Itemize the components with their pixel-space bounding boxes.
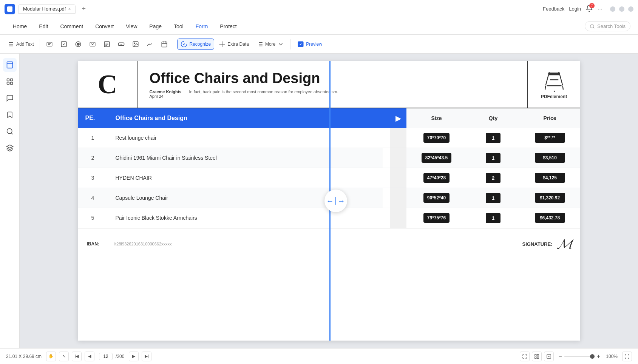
left-sidebar xyxy=(0,54,20,350)
sidebar-bookmark-icon[interactable] xyxy=(3,108,17,122)
svg-rect-15 xyxy=(7,62,12,68)
app-icon xyxy=(5,4,15,14)
login-button[interactable]: Login xyxy=(569,6,581,12)
row-qty: 1 xyxy=(467,148,520,168)
row-spacer xyxy=(390,128,406,148)
menu-form[interactable]: Form xyxy=(190,21,213,32)
annotation-button[interactable] xyxy=(544,352,554,361)
svg-rect-32 xyxy=(535,357,536,358)
text-field-button[interactable] xyxy=(43,39,56,49)
menu-edit[interactable]: Edit xyxy=(34,21,53,32)
row-spacer xyxy=(390,148,406,168)
row-qty: 2 xyxy=(467,168,520,188)
tab-close-button[interactable]: × xyxy=(68,6,71,12)
row-spacer xyxy=(390,208,406,228)
notification-badge: 7 xyxy=(589,3,595,8)
notification-icon[interactable]: 7 xyxy=(585,5,593,14)
doc-title: Office Chairs and Design xyxy=(150,70,516,86)
fit-page-button[interactable] xyxy=(520,352,530,361)
sidebar-page-icon[interactable] xyxy=(3,58,17,72)
sidebar-search-icon[interactable] xyxy=(3,125,17,138)
window-controls: — □ × xyxy=(610,6,633,12)
table-row: 5 Pair Iconic Black Stokke Armchairs 79*… xyxy=(78,208,580,228)
extra-data-button[interactable]: Extra Data xyxy=(216,39,252,49)
iban-value: lt28l93262016310000662xxxxx xyxy=(114,242,172,246)
close-button[interactable]: × xyxy=(628,6,633,12)
zoom-slider[interactable] xyxy=(564,356,595,357)
menu-protect[interactable]: Protect xyxy=(215,21,242,32)
hand-tool-button[interactable]: ✋ xyxy=(46,352,56,361)
grid-view-button[interactable] xyxy=(532,352,542,361)
minimize-button[interactable]: — xyxy=(610,6,615,12)
row-qty: 1 xyxy=(467,128,520,148)
sidebar-thumbnail-icon[interactable] xyxy=(3,75,17,88)
row-gap xyxy=(383,168,390,188)
button-field-button[interactable] xyxy=(115,39,128,49)
fullscreen-button[interactable] xyxy=(622,352,632,361)
status-bar: 21.01 X 29.69 cm ✋ ↖ |◀ ◀ /200 ▶ ▶| − + … xyxy=(0,348,638,364)
last-page-button[interactable]: ▶| xyxy=(142,352,151,361)
th-price: Price xyxy=(520,108,580,128)
th-arrow: ▶ xyxy=(390,108,406,128)
row-spacer xyxy=(390,168,406,188)
add-text-button[interactable]: Add Text xyxy=(5,39,37,49)
page-navigation: /200 xyxy=(99,353,124,360)
preview-button[interactable]: Preview xyxy=(294,39,326,49)
doc-date: April 24 xyxy=(150,94,182,99)
menu-convert[interactable]: Convert xyxy=(90,21,119,32)
prev-page-button[interactable]: ◀ xyxy=(85,352,94,361)
resize-handle[interactable]: ← → xyxy=(324,190,347,212)
zoom-out-button[interactable]: − xyxy=(558,353,562,360)
coordinates-display: 21.01 X 29.69 cm xyxy=(6,354,42,359)
zoom-in-button[interactable]: + xyxy=(597,353,600,360)
doc-title-cell: Office Chairs and Design Graeme Knights … xyxy=(138,61,527,108)
menu-page[interactable]: Page xyxy=(144,21,167,32)
next-page-button[interactable]: ▶ xyxy=(129,352,139,361)
checkbox-button[interactable] xyxy=(57,39,70,49)
first-page-button[interactable]: |◀ xyxy=(72,352,82,361)
row-num: 4 xyxy=(78,188,108,208)
select-tool-button[interactable]: ↖ xyxy=(59,352,69,361)
sidebar-comment-icon[interactable] xyxy=(3,91,17,105)
th-qty: Qty xyxy=(467,108,520,128)
signature-field-button[interactable] xyxy=(144,39,156,49)
row-price: $**.** xyxy=(520,128,580,148)
image-field-button[interactable] xyxy=(129,39,142,49)
row-qty: 1 xyxy=(467,188,520,208)
date-field-button[interactable] xyxy=(158,39,171,49)
table-row: 3 HYDEN CHAIR 47*40*28 2 $4,125 xyxy=(78,168,580,188)
page-number-input[interactable] xyxy=(99,353,113,360)
svg-rect-18 xyxy=(7,82,9,85)
menu-tool[interactable]: Tool xyxy=(168,21,189,32)
toolbar-divider-1 xyxy=(40,39,40,49)
menu-comment[interactable]: Comment xyxy=(55,21,88,32)
doc-footer: IBAN: lt28l93262016310000662xxxxx SIGNAT… xyxy=(78,228,580,259)
recognize-button[interactable]: Recognize xyxy=(177,39,214,50)
row-price: $1,320.92 xyxy=(520,188,580,208)
feedback-button[interactable]: Feedback xyxy=(543,6,564,12)
more-label: More xyxy=(265,42,275,47)
row-name: Rest lounge chair xyxy=(108,128,383,148)
menu-home[interactable]: Home xyxy=(8,21,32,32)
svg-text:★: ★ xyxy=(553,90,555,92)
search-tools-button[interactable]: Search Tools xyxy=(585,21,630,31)
more-menu-button[interactable]: ⋯ xyxy=(598,6,602,12)
total-pages-label: /200 xyxy=(116,354,124,359)
sidebar-layers-icon[interactable] xyxy=(3,141,17,155)
radio-button[interactable] xyxy=(72,39,85,49)
row-size: 47*40*28 xyxy=(406,168,467,188)
maximize-button[interactable]: □ xyxy=(619,6,624,12)
menu-view[interactable]: View xyxy=(120,21,142,32)
tab-add-button[interactable]: + xyxy=(79,3,89,14)
svg-line-23 xyxy=(545,75,548,85)
th-size: Size xyxy=(406,108,467,128)
toolbar-divider-2 xyxy=(174,39,174,49)
active-tab[interactable]: Modular Homes.pdf × xyxy=(18,4,76,14)
svg-point-0 xyxy=(590,24,594,28)
svg-point-9 xyxy=(134,43,135,43)
doc-description: In fact, back pain is the second most co… xyxy=(189,89,338,99)
signature-area: SIGNATURE: 𝓜 xyxy=(522,236,571,252)
more-button[interactable]: More xyxy=(253,39,287,49)
dropdown-button[interactable] xyxy=(86,39,99,49)
multiline-button[interactable] xyxy=(100,39,113,49)
